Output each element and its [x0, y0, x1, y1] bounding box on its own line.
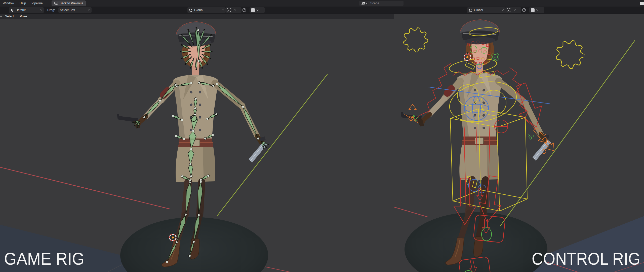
- tweak-tool-icon: [11, 8, 14, 12]
- falloff-swatch: [251, 8, 255, 12]
- menu-pipeline[interactable]: Pipeline: [29, 0, 45, 7]
- back-to-previous-label: Back to Previous: [60, 2, 83, 5]
- snapping-dropdown-right[interactable]: [505, 7, 521, 13]
- chevron-down-icon: [256, 9, 259, 11]
- menu-window[interactable]: Window: [0, 0, 17, 7]
- scene-selector[interactable]: Scene: [359, 1, 404, 6]
- divider: [512, 8, 512, 12]
- chevron-down-icon: [502, 9, 504, 11]
- falloff-dropdown-left[interactable]: [250, 7, 265, 13]
- back-to-previous-button[interactable]: Back to Previous: [52, 1, 86, 6]
- proportional-edit-toggle-right[interactable]: [522, 7, 526, 13]
- back-screen-icon: [54, 2, 58, 5]
- view-layer-icon[interactable]: [638, 1, 644, 6]
- chevron-down-icon: [365, 3, 368, 4]
- drag-label: Drag:: [47, 7, 55, 13]
- snap-target-icon: [227, 8, 231, 12]
- active-tool-dropdown[interactable]: Default: [9, 7, 44, 13]
- active-tool-label: Default: [16, 8, 38, 12]
- orientation-label-right: Global: [474, 8, 500, 12]
- snapping-dropdown-left[interactable]: [225, 7, 242, 13]
- menu-view-partial[interactable]: w: [0, 15, 2, 18]
- blender-window: Window Help Pipeline Back to Previous: [0, 0, 644, 272]
- divider: [232, 8, 232, 12]
- divider: [368, 2, 368, 5]
- proportional-edit-toggle-left[interactable]: [242, 7, 247, 13]
- orientation-label-left: Global: [194, 8, 220, 12]
- menu-select[interactable]: Select: [2, 15, 17, 18]
- chevron-down-icon: [222, 9, 224, 11]
- chevron-down-icon: [536, 9, 538, 11]
- scene-icon: [361, 2, 365, 5]
- orientation-axes-icon: [469, 8, 472, 12]
- falloff-dropdown-right[interactable]: [529, 7, 544, 13]
- viewport-canvas[interactable]: [0, 0, 644, 272]
- tool-settings-bar: Default Drag: Select Box Global: [0, 7, 644, 14]
- falloff-swatch: [531, 8, 535, 12]
- snap-target-icon: [507, 8, 510, 12]
- game-rig-label: GAME RIG: [4, 249, 85, 268]
- orientation-dropdown-right[interactable]: Global: [467, 7, 505, 13]
- orientation-dropdown-left[interactable]: Global: [187, 7, 226, 13]
- drag-mode-label: Select Box: [60, 8, 86, 12]
- menu-help[interactable]: Help: [17, 0, 29, 7]
- viewport-menu-bar: w Select Pose: [0, 14, 394, 19]
- scene-name: Scene: [370, 2, 379, 5]
- topbar: Window Help Pipeline Back to Previous: [0, 0, 644, 7]
- chevron-down-icon: [234, 9, 236, 11]
- chevron-down-icon: [514, 9, 516, 11]
- drag-mode-dropdown[interactable]: Select Box: [58, 7, 92, 13]
- orientation-axes-icon: [189, 8, 193, 12]
- chevron-down-icon: [40, 9, 42, 11]
- menu-pose[interactable]: Pose: [17, 15, 30, 18]
- chevron-down-icon: [88, 9, 90, 11]
- control-rig-label: CONTROL RIG: [532, 249, 640, 268]
